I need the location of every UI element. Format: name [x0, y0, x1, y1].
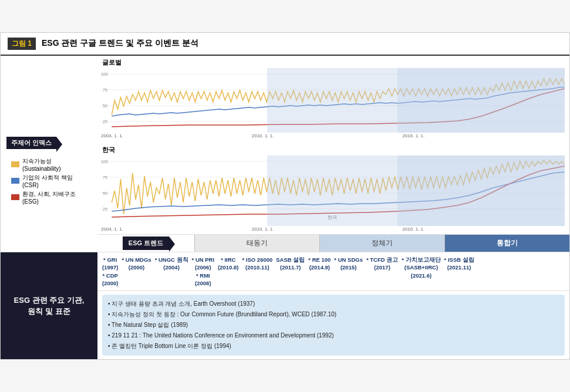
- main-container: 그림 1 ESG 관련 구글 트렌드 및 주요 이벤트 분석 주제어 인덱스 지…: [0, 32, 570, 360]
- event-un-sdgs: * UN SDGs(2015): [334, 256, 363, 272]
- legend-label-esg: 환경, 사회, 지배구조 (ESG): [22, 190, 89, 205]
- bottom-left-text: ESG 관련 주요 기관,원칙 및 표준: [14, 295, 85, 317]
- x-label-3: 2016. 1. 1.: [402, 133, 424, 138]
- x-label-1: 2004. 1. 1.: [101, 133, 123, 138]
- trend-cells: 태동기 정체기 통합기: [194, 235, 569, 252]
- trend-cell-donghabgi: 통합기: [444, 235, 569, 252]
- fig-number: 1: [28, 39, 32, 48]
- trend-label-arrow: ESG 트렌드: [123, 236, 169, 250]
- trend-label-text: ESG 트렌드: [129, 239, 163, 246]
- legend-label-sustainability: 지속가능성 (Sustainability): [22, 157, 89, 172]
- trend-row: ESG 트렌드 태동기 정체기 통합기: [97, 234, 569, 252]
- right-panel: 글로벌 100 75 50 25: [97, 56, 569, 252]
- legend-item-csr: 기업의 사회적 책임 (CSR): [11, 174, 89, 188]
- svg-text:50: 50: [103, 191, 107, 195]
- trend-label-cell: ESG 트렌드: [97, 235, 194, 252]
- korea-chart-section: 한국 100 75 50 25: [97, 143, 569, 234]
- events-row: * GRI(1997) * CDP(2000) * UN MDGs(2000) …: [97, 252, 569, 291]
- global-chart-label: 글로벌: [100, 58, 565, 67]
- left-panel: 주제어 인덱스 지속가능성 (Sustainability) 기업의 사회적 책…: [1, 56, 97, 252]
- event-un-pri-rmi: * UN PRI(2006) * RMI(2008): [192, 256, 215, 287]
- index-label-box: 주제어 인덱스: [6, 137, 56, 149]
- legend-section: 지속가능성 (Sustainability) 기업의 사회적 책임 (CSR) …: [6, 154, 92, 209]
- svg-text:75: 75: [103, 88, 107, 92]
- event-gri-cdp: * GRI(1997) * CDP(2000): [102, 256, 118, 287]
- korea-chart-outer: 100 75 50 25 한국: [100, 156, 565, 226]
- info-box: • 지구 생태 용량 초과 개념 소개, Earth Overshoot (19…: [102, 295, 565, 356]
- trend-cell-jeonhwagi: 정체기: [319, 235, 444, 252]
- global-x-axis: 2004. 1. 1. 2010. 1. 1. 2016. 1. 1. 2022: [100, 133, 565, 138]
- info-item-4: • 219 11 21 : The United Nations Confere…: [108, 330, 559, 341]
- fig-badge: 그림 1: [8, 38, 36, 50]
- svg-text:100: 100: [101, 72, 108, 76]
- event-sasb: SASB 설립(2011.7): [276, 256, 305, 272]
- info-item-3: • The Natural Step 설립 (1989): [108, 320, 559, 330]
- index-label-area: 주제어 인덱스 지속가능성 (Sustainability) 기업의 사회적 책…: [1, 132, 97, 211]
- bottom-left-label: ESG 관련 주요 기관,원칙 및 표준: [1, 252, 97, 359]
- x-label-2: 2010. 1. 1.: [252, 133, 274, 138]
- korea-x-label-1: 2004. 1. 1.: [101, 227, 123, 232]
- bottom-right: * GRI(1997) * CDP(2000) * UN MDGs(2000) …: [97, 252, 569, 359]
- info-item-2: • 지속가능성 정의 첫 등장 : Our Common Future (Bru…: [108, 309, 559, 320]
- global-chart-outer: 100 75 50 25: [100, 68, 565, 133]
- svg-text:25: 25: [103, 207, 107, 211]
- header-title: ESG 관련 구글 트렌드 및 주요 이벤트 분석: [42, 38, 198, 49]
- legend-color-csr: [11, 178, 19, 184]
- svg-text:50: 50: [103, 104, 107, 108]
- event-re100: * RE 100(2014.9): [308, 256, 330, 272]
- event-value-reporting: * 가치보고재단(SASB+IIRC)(2021.6): [402, 256, 440, 279]
- event-iirc: * IIRC(2010.8): [218, 256, 238, 272]
- legend-label-csr: 기업의 사회적 책임 (CSR): [22, 174, 89, 188]
- fig-word: 그림: [12, 39, 26, 48]
- legend-color-sustainability: [11, 161, 19, 167]
- bottom-section: ESG 관련 주요 기관,원칙 및 표준 * GRI(1997) * CDP(2…: [1, 252, 569, 359]
- event-tcfd: * TCFD 권고(2017): [366, 256, 398, 272]
- svg-text:25: 25: [103, 120, 107, 124]
- event-ungc: * UNGC 원칙(2004): [155, 256, 188, 272]
- event-issb: * ISSB 설립(2021.11): [444, 256, 474, 272]
- trend-cell-taedongi: 태동기: [194, 235, 319, 252]
- korea-x-axis: 2004. 1. 1. 2010. 1. 1. 2016. 1. 1. 2022: [100, 227, 565, 232]
- info-item-1: • 지구 생태 용량 초과 개념 소개, Earth Overshoot (19…: [108, 299, 559, 309]
- event-iso26000: * ISO 26000(2010.11): [242, 256, 273, 272]
- global-chart-section: 글로벌 100 75 50 25: [97, 56, 569, 141]
- svg-text:100: 100: [101, 160, 108, 164]
- legend-item-sustainability: 지속가능성 (Sustainability): [11, 157, 89, 172]
- legend-color-esg: [11, 194, 19, 200]
- svg-text:75: 75: [103, 175, 107, 180]
- legend-item-esg: 환경, 사회, 지배구조 (ESG): [11, 190, 89, 205]
- korea-chart-label: 한국: [100, 146, 565, 154]
- korea-x-label-2: 2010. 1. 1.: [252, 227, 274, 232]
- header: 그림 1 ESG 관련 구글 트렌드 및 주요 이벤트 분석: [1, 33, 569, 56]
- korea-x-label-3: 2016. 1. 1.: [402, 227, 424, 232]
- event-un-mdgs: * UN MDGs(2000): [122, 256, 151, 272]
- info-item-5: • 존 엘킹턴 Triple Bottom Line 이론 정립 (1994): [108, 341, 559, 352]
- main-content: 주제어 인덱스 지속가능성 (Sustainability) 기업의 사회적 책…: [1, 56, 569, 252]
